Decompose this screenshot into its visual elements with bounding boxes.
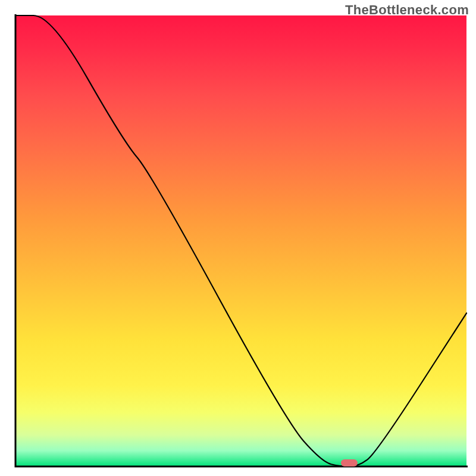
optimal-marker [341,459,358,466]
chart-container: TheBottleneck.com [0,0,476,476]
gradient-field [15,15,466,466]
bottleneck-chart [0,0,476,476]
